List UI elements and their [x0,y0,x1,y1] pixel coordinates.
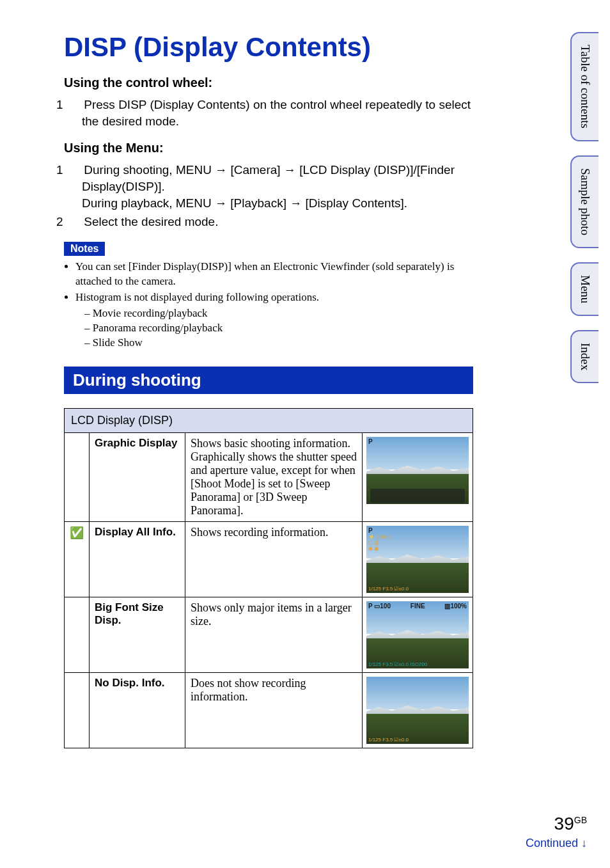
page-number: 39GB [526,814,587,834]
step-text-part: [Playback] [227,196,290,210]
note-subitem: Panorama recording/playback [84,321,473,336]
table-row: No Disp. Info. Does not show recording i… [65,673,473,748]
row-thumb: 1/125 F3.5 ☑±0.0 [363,673,473,748]
row-check [65,597,90,673]
row-check [65,673,90,748]
overlay-mid: FINE [411,603,425,610]
row-name: Display All Info. [90,522,185,597]
page-footer: 39GB Continued ↓ [526,814,587,850]
continued-indicator: Continued ↓ [526,837,587,850]
step-text-part: During shooting, MENU [84,163,215,177]
overlay-mode: P [368,527,373,534]
note-item: Histogram is not displayed during follow… [75,290,473,351]
step-text-part: During playback, MENU [82,196,215,210]
heading-control-wheel: Using the control wheel: [64,75,473,90]
side-tabs: Table of contents Sample photo Menu Inde… [570,32,598,383]
notes-list: You can set [Finder Display(DISP)] when … [64,260,473,351]
preview-graphic-display: P [366,437,469,504]
preview-big-font: P ▭100 FINE ▥100% 1/125 F3.5 ☑±0.0 ISO20… [366,601,469,668]
row-name: Graphic Display [90,433,185,522]
table-row: ✅ Display All Info. Shows recording info… [65,522,473,597]
tab-toc[interactable]: Table of contents [570,32,598,141]
note-item: You can set [Finder Display(DISP)] when … [75,260,473,289]
page-num-suffix: GB [574,815,587,825]
note-subitem: Slide Show [84,336,473,351]
arrow-icon: → [290,196,302,210]
arrow-icon: → [215,163,227,177]
notes-badge: Notes [64,242,105,256]
step-number: 1 [69,162,81,178]
row-desc: Shows only major items in a larger size. [185,597,363,673]
row-name: No Disp. Info. [90,673,185,748]
note-text: Histogram is not displayed during follow… [75,291,319,303]
step-text-part: [Display Contents]. [302,196,407,210]
step-control-1: 1 Press DISP (Display Contents) on the c… [64,97,473,129]
row-desc: Shows basic shooting information. Graphi… [185,433,363,522]
step-text: Select the desired mode. [84,215,218,228]
arrow-icon: → [284,163,296,177]
row-desc: Does not show recording information. [185,673,363,748]
overlay-left-icons: ⚡ ◻98.0 ◻ ▥ ◉ ▣ [368,535,391,551]
table-row: Graphic Display Shows basic shooting inf… [65,433,473,522]
overlay-mode: P [368,438,373,445]
row-thumb: P ▭100 FINE ▥100% 1/125 F3.5 ☑±0.0 ISO20… [363,597,473,673]
arrow-icon: → [215,196,227,210]
modes-table: LCD Display (DISP) Graphic Display Shows… [64,408,473,748]
step-text: Press DISP (Display Contents) on the con… [82,98,471,128]
table-header: LCD Display (DISP) [65,409,473,433]
overlay-bottom: 1/125 F3.5 ☑±0.0 [368,737,467,743]
page-num-value: 39 [554,814,574,833]
step-number: 1 [69,97,81,113]
page-title: DISP (Display Contents) [64,32,473,63]
preview-no-info: 1/125 F3.5 ☑±0.0 [366,677,469,744]
tab-index[interactable]: Index [570,330,598,383]
tab-sample-photo[interactable]: Sample photo [570,155,598,248]
note-subitem: Movie recording/playback [84,306,473,321]
row-check: ✅ [65,522,90,597]
overlay-bottom: 1/125 F3.5 ☑±0.0 [368,586,467,592]
table-row: Big Font Size Disp. Shows only major ite… [65,597,473,673]
section-bar-shooting: During shooting [64,367,473,394]
step-menu-2: 2 Select the desired mode. [64,214,473,230]
row-thumb: P ⚡ ◻98.0 ◻ ▥ ◉ ▣ 1/125 F3.5 ☑±0.0 [363,522,473,597]
preview-all-info: P ⚡ ◻98.0 ◻ ▥ ◉ ▣ 1/125 F3.5 ☑±0.0 [366,526,469,593]
row-check [65,433,90,522]
row-thumb: P [363,433,473,522]
graphic-strip [370,489,465,503]
overlay-left: P ▭100 [368,603,391,610]
step-text-part: [Camera] [227,163,284,177]
overlay-bottom: 1/125 F3.5 ☑±0.0 ISO200 [368,661,467,667]
step-menu-1: 1 During shooting, MENU → [Camera] → [LC… [64,162,473,211]
overlay-right: ▥100% [444,603,467,610]
step-number: 2 [69,214,81,230]
tab-menu[interactable]: Menu [570,262,598,316]
heading-menu: Using the Menu: [64,141,473,155]
row-name: Big Font Size Disp. [90,597,185,673]
row-desc: Shows recording information. [185,522,363,597]
